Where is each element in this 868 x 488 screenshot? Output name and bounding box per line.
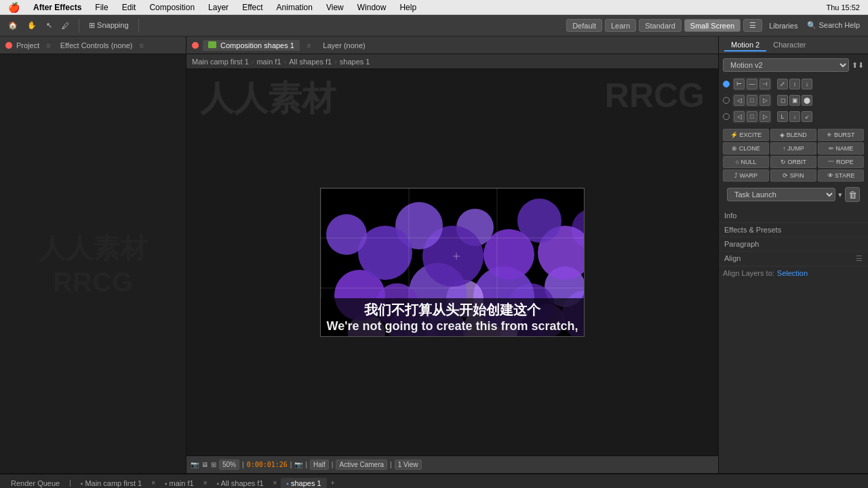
snapping-toggle[interactable]: ⊞ Snapping <box>86 20 132 31</box>
motion-extra-btn-3c[interactable]: ↙ <box>802 111 812 122</box>
motion-version-select[interactable]: Motion v2 <box>723 58 849 72</box>
viewer-icon-3[interactable]: ⊞ <box>211 461 216 468</box>
motion-ctrl-left-1[interactable]: ⊢ <box>734 79 745 89</box>
motion-ctrl-left-3[interactable]: ◁ <box>734 111 745 122</box>
motion-extra-btn-1c[interactable]: ↓ <box>802 79 812 89</box>
motion-rope-btn[interactable]: 〰 ROPE <box>818 156 864 168</box>
motion-ctrl-left-2[interactable]: ◁ <box>734 95 745 106</box>
motion-extra-btn-3b[interactable]: ↓ <box>789 111 800 122</box>
motion-extra-btn-1b[interactable]: ↕ <box>789 79 800 89</box>
motion-extra-btn-2a[interactable]: ◻ <box>777 95 788 106</box>
motion-name-btn[interactable]: ✏ NAME <box>818 142 864 155</box>
tab-motion2[interactable]: Motion 2 <box>724 39 766 52</box>
tab-main-f1[interactable]: ▪ main f1 <box>159 478 199 489</box>
tab-main-camp[interactable]: ▪ Main camp first 1 <box>75 478 147 489</box>
motion-orbit-btn[interactable]: ↻ ORBIT <box>770 156 816 168</box>
motion-jump-btn[interactable]: ↑ JUMP <box>770 142 816 155</box>
task-launch-select[interactable]: Task Launch <box>727 188 835 201</box>
menu-animation[interactable]: Animation <box>274 1 315 14</box>
motion-extra-btn-2b[interactable]: ▣ <box>789 95 800 106</box>
workspace-default[interactable]: Default <box>566 19 602 32</box>
motion-spin-btn[interactable]: ⟳ SPIN <box>770 169 816 182</box>
motion-extra-btn-1a[interactable]: ⤢ <box>777 79 788 89</box>
breadcrumb-main-camp[interactable]: Main camp first 1 <box>192 58 249 66</box>
view-select[interactable]: Active Camera <box>336 460 387 470</box>
libraries-btn[interactable]: Libraries <box>766 20 800 31</box>
clone-icon: ⊕ <box>732 145 737 152</box>
breadcrumb-main-f1[interactable]: main f1 <box>256 58 281 66</box>
motion-extra-btn-3a[interactable]: L <box>777 111 788 122</box>
apple-menu[interactable]: 🍎 <box>5 1 22 14</box>
menu-composition[interactable]: Composition <box>146 1 197 14</box>
menu-layer[interactable]: Layer <box>205 1 231 14</box>
workspace-small-screen[interactable]: Small Screen <box>684 19 741 32</box>
comp-close[interactable] <box>192 42 199 49</box>
tab-all-shapes[interactable]: ▪ All shapes f1 <box>212 478 269 489</box>
menu-edit[interactable]: Edit <box>119 1 139 14</box>
tab-shapes1[interactable]: ▪ shapes 1 <box>281 478 326 489</box>
project-content: 人人素材RRCG <box>0 54 186 473</box>
home-btn[interactable]: 🏠 <box>5 20 20 31</box>
menu-help[interactable]: Help <box>397 1 419 14</box>
motion-ctrl-right-1[interactable]: ⊣ <box>760 79 770 89</box>
workspace-standard[interactable]: Standard <box>639 19 682 32</box>
hand-tool[interactable]: ✋ <box>24 20 39 31</box>
toolbar: 🏠 ✋ ↖ 🖊 ⊞ Snapping Default Learn Standar… <box>0 15 868 37</box>
timecode-display[interactable]: 0:00:01:26 <box>247 461 288 468</box>
tab-character[interactable]: Character <box>766 39 812 52</box>
menu-view[interactable]: View <box>323 1 347 14</box>
motion-ctrl-right-3[interactable]: ▷ <box>760 111 770 122</box>
subtitle-overlay: 我们不打算从头开始创建这个 We're not going to create … <box>321 298 584 336</box>
align-section[interactable]: Align ☰ <box>719 251 868 266</box>
project-menu[interactable]: ≡ <box>46 41 50 49</box>
tab-render-queue[interactable]: Render Queue <box>5 478 65 489</box>
effect-controls-menu[interactable]: ≡ <box>139 41 143 49</box>
motion-null-btn[interactable]: ○ NULL <box>723 156 769 168</box>
viewer-icon-1[interactable]: 📷 <box>191 461 199 468</box>
menu-effect[interactable]: Effect <box>239 1 265 14</box>
motion-excite-btn[interactable]: ⚡ EXCITE <box>723 129 769 141</box>
search-btn[interactable]: 🔍 Search Help <box>804 20 863 31</box>
motion-warp-btn[interactable]: ⤴ WARP <box>723 169 769 182</box>
viewport[interactable]: 人人素材 RRCG <box>186 69 718 455</box>
pen-tool[interactable]: 🖊 <box>59 20 72 31</box>
workspace-menu[interactable]: ☰ <box>743 19 762 32</box>
canvas-container[interactable]: 我们不打算从头开始创建这个 We're not going to create … <box>320 188 585 337</box>
motion-radio-3[interactable] <box>723 113 730 120</box>
motion-expand-icon[interactable]: ⬆⬇ <box>852 61 864 70</box>
camera-icon[interactable]: 📷 <box>294 461 302 468</box>
effects-presets-section[interactable]: Effects & Presets <box>719 223 868 237</box>
select-tool[interactable]: ↖ <box>43 20 55 31</box>
motion-ctrl-right-2[interactable]: ▷ <box>760 95 770 106</box>
paragraph-section[interactable]: Paragraph <box>719 237 868 251</box>
motion-extra-btn-2c[interactable]: ⬤ <box>802 95 812 106</box>
breadcrumb-shapes1[interactable]: shapes 1 <box>340 58 370 66</box>
viewer-controls: 📷 🖥 ⊞ 50% | 0:00:01:26 | 📷 | Half | Acti… <box>186 455 718 473</box>
menu-file[interactable]: File <box>92 1 111 14</box>
motion-ctrl-center-2[interactable]: □ <box>747 95 757 106</box>
project-close[interactable] <box>5 42 12 49</box>
menu-bar: 🍎 After Effects File Edit Composition La… <box>0 0 868 15</box>
motion-ctrl-center-3[interactable]: □ <box>747 111 757 122</box>
menu-window[interactable]: Window <box>355 1 389 14</box>
zoom-level[interactable]: 50% <box>219 460 239 470</box>
motion-ctrl-center-1[interactable]: — <box>747 79 757 89</box>
motion-radio-1[interactable] <box>723 81 730 87</box>
quality-select[interactable]: Half <box>310 460 329 470</box>
motion-stare-btn[interactable]: 👁 STARE <box>818 169 864 182</box>
app-name[interactable]: After Effects <box>31 1 84 14</box>
motion-blend-btn[interactable]: ◈ BLEND <box>770 129 816 141</box>
breadcrumb-all-shapes[interactable]: All shapes f1 <box>289 58 332 66</box>
view-count[interactable]: 1 View <box>395 460 422 470</box>
tab-layer[interactable]: Layer (none) <box>317 40 370 51</box>
task-delete-btn[interactable]: 🗑 <box>845 187 860 202</box>
motion-burst-btn[interactable]: ✳ BURST <box>818 129 864 141</box>
align-layers-value[interactable]: Selection <box>777 269 808 277</box>
align-menu[interactable]: ☰ <box>856 254 863 263</box>
motion-clone-btn[interactable]: ⊕ CLONE <box>723 142 769 155</box>
motion-radio-2[interactable] <box>723 97 730 104</box>
info-section[interactable]: Info <box>719 209 868 223</box>
viewer-icon-2[interactable]: 🖥 <box>201 461 208 468</box>
tab-composition[interactable]: Composition shapes 1 <box>203 40 300 51</box>
workspace-learn[interactable]: Learn <box>605 19 636 32</box>
